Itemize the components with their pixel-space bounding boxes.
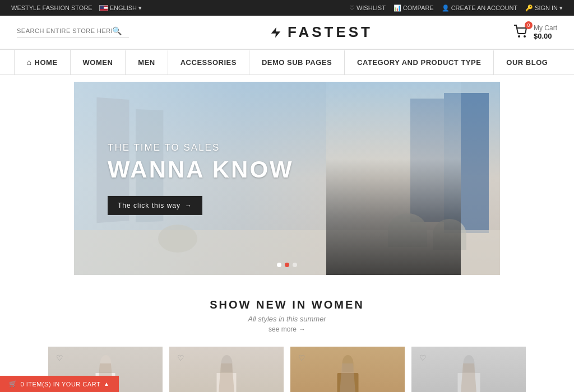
nav-item-home[interactable]: ⌂ HOME [14, 50, 71, 74]
bottom-cart-bar[interactable]: 🛒 0 ITEM(S) IN YOUR CART ▲ [0, 376, 119, 392]
product-card-3[interactable]: ♡ [290, 347, 405, 392]
nav-item-blog[interactable]: OUR BLOG [494, 50, 560, 74]
dot-1[interactable] [277, 263, 281, 267]
wishlist-button-1[interactable]: ♡ [53, 351, 66, 365]
wishlist-button-3[interactable]: ♡ [295, 351, 308, 365]
svg-point-2 [524, 35, 526, 38]
hero-subtitle: THE TIME TO SALES [108, 142, 294, 153]
top-bar: WESTYLE FASHION STORE ENGLISH ▾ ♡ WISHLI… [0, 0, 574, 16]
logo-bolt-icon [270, 26, 282, 39]
wishlist-button-4[interactable]: ♡ [416, 351, 429, 365]
nav-item-men[interactable]: MEN [126, 50, 168, 74]
create-account-link[interactable]: 👤 CREATE AN ACCOUNT [442, 4, 517, 12]
chevron-down-icon-signin: ▾ [559, 4, 563, 12]
compare-icon: 📊 [394, 4, 401, 12]
heart-icon: ♡ [349, 4, 355, 12]
bottom-cart-label: 0 ITEM(S) IN YOUR CART [21, 381, 101, 388]
dot-2[interactable] [285, 263, 289, 267]
search-icon[interactable]: 🔍 [112, 26, 122, 35]
wishlist-button-2[interactable]: ♡ [174, 351, 187, 365]
hero-cta-button[interactable]: The click this way → [108, 196, 202, 215]
nav-item-category[interactable]: CATEGORY AND PRODUCT TYPE [345, 50, 494, 74]
cart-icon-button[interactable]: 0 [513, 25, 529, 40]
hero-content: THE TIME TO SALES WANNA KNOW The click t… [108, 142, 294, 214]
section-subtitle: All styles in this summer [0, 315, 574, 323]
arrow-icon: → [185, 202, 192, 209]
arrow-right-icon: → [299, 325, 305, 333]
cart-area: 0 My Cart $0.00 [513, 24, 557, 40]
product-card-2[interactable]: ♡ [169, 347, 284, 392]
top-bar-left: WESTYLE FASHION STORE ENGLISH ▾ [11, 4, 142, 12]
user-icon: 👤 [442, 4, 450, 12]
svg-marker-0 [271, 27, 281, 37]
dot-3[interactable] [293, 263, 297, 267]
bottom-cart-icon: 🛒 [9, 380, 17, 388]
main-nav: ⌂ HOME WOMEN MEN ACCESSORIES DEMO SUB PA… [0, 49, 574, 75]
logo-link[interactable]: FASTEST [270, 24, 373, 41]
see-more-link[interactable]: see more → [0, 325, 574, 333]
section-title-area: SHOW NEW IN WOMEN All styles in this sum… [0, 282, 574, 342]
cart-price: $0.00 [534, 32, 557, 40]
search-bar: 🔍 [17, 26, 129, 38]
hero-dots [277, 263, 297, 267]
logo-area: FASTEST [270, 24, 373, 41]
svg-point-1 [518, 35, 520, 38]
cart-text: My Cart $0.00 [534, 24, 557, 40]
header: 🔍 FASTEST 0 My Cart $0.00 [0, 16, 574, 49]
wishlist-link[interactable]: ♡ WISHLIST [349, 4, 386, 12]
search-input[interactable] [17, 27, 112, 34]
nav-item-demo[interactable]: DEMO SUB PAGES [249, 50, 345, 74]
flag-icon [99, 5, 108, 11]
hero-title: WANNA KNOW [108, 156, 294, 182]
hero-banner: THE TIME TO SALES WANNA KNOW The click t… [74, 82, 500, 275]
cart-badge: 0 [525, 21, 533, 29]
bottom-cart-arrow: ▲ [104, 381, 109, 387]
signin-icon: 🔑 [525, 4, 533, 12]
nav-item-women[interactable]: WOMEN [71, 50, 126, 74]
top-bar-right: ♡ WISHLIST 📊 COMPARE 👤 CREATE AN ACCOUNT… [349, 4, 563, 12]
sign-in-link[interactable]: 🔑 SIGN IN ▾ [525, 4, 563, 12]
language-selector[interactable]: ENGLISH ▾ [99, 4, 142, 12]
cart-label: My Cart [534, 24, 557, 32]
logo-text: FASTEST [288, 24, 373, 41]
section-title: SHOW NEW IN WOMEN [0, 298, 574, 311]
nav-item-accessories[interactable]: ACCESSORIES [168, 50, 249, 74]
chevron-down-icon: ▾ [138, 4, 142, 12]
home-icon: ⌂ [27, 58, 32, 67]
compare-link[interactable]: 📊 COMPARE [394, 4, 434, 12]
store-name-link[interactable]: WESTYLE FASHION STORE [11, 4, 92, 11]
product-card-4[interactable]: ♡ [411, 347, 526, 392]
